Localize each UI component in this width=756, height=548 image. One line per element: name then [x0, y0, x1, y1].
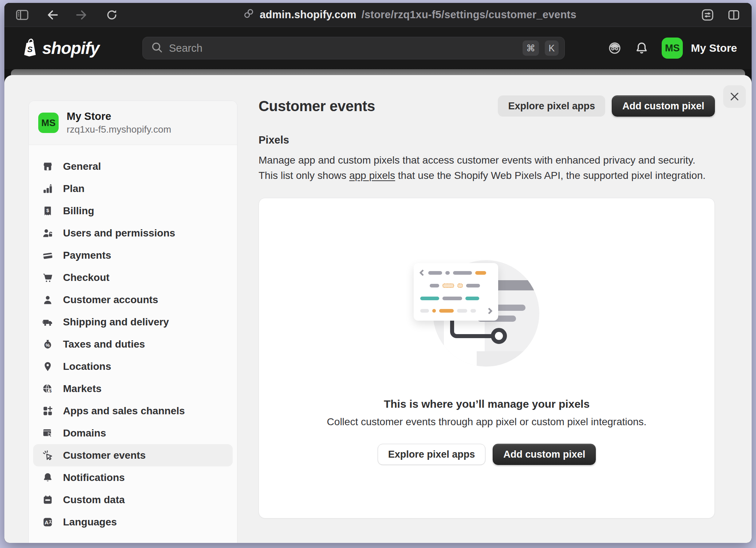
shopify-logo[interactable]: S shopify	[20, 38, 99, 59]
sidebar-item-custom-data[interactable]: Custom data	[33, 489, 233, 511]
explore-pixel-apps-button[interactable]: Explore pixel apps	[498, 95, 605, 117]
store-name: My Store	[67, 110, 171, 122]
sidebar-item-general[interactable]: General	[33, 155, 233, 177]
account-avatar[interactable]: MS	[662, 38, 683, 59]
cart-icon	[42, 272, 54, 283]
reload-button[interactable]	[105, 8, 119, 22]
link-icon	[243, 8, 255, 22]
close-icon[interactable]	[723, 85, 746, 108]
users-icon	[42, 227, 54, 239]
store-avatar: MS	[38, 113, 59, 133]
sidebar-item-plan[interactable]: Plan	[33, 177, 233, 200]
global-search[interactable]: ⌘ K	[142, 37, 565, 59]
settings-modal: MS My Store rzq1xu-f5.myshopify.com Gene…	[4, 75, 752, 543]
connector-ring	[491, 328, 507, 344]
store-header[interactable]: MS My Store rzq1xu-f5.myshopify.com	[29, 101, 237, 145]
forward-button[interactable]	[75, 8, 89, 22]
add-custom-pixel-button-secondary[interactable]: Add custom pixel	[493, 444, 596, 465]
sidekick-icon[interactable]	[608, 41, 622, 55]
url-path: /store/rzq1xu-f5/settings/customer_event…	[362, 9, 576, 21]
pixels-empty-state-card: This is where you’ll manage your pixels …	[259, 198, 715, 518]
pixels-illustration	[409, 260, 565, 369]
page-title: Customer events	[259, 98, 375, 114]
url-host: admin.shopify.com	[260, 9, 357, 21]
sidebar-item-locations[interactable]: Locations	[33, 355, 233, 377]
payments-icon	[42, 250, 54, 261]
add-custom-pixel-button[interactable]: Add custom pixel	[612, 95, 715, 117]
svg-text:A: A	[45, 519, 49, 525]
plan-icon	[42, 183, 54, 195]
notifications-bell-icon[interactable]	[635, 41, 649, 55]
svg-text:$: $	[49, 388, 52, 393]
app-pixels-link[interactable]: app pixels	[349, 170, 395, 181]
map-pin-icon	[42, 361, 54, 372]
code-snippet-card	[414, 263, 498, 321]
sidebar-item-customer-events[interactable]: Customer events	[33, 444, 233, 466]
page-settings-icon[interactable]	[701, 8, 714, 22]
billing-icon: $	[42, 205, 54, 217]
sidebar-item-users[interactable]: Users and permissions	[33, 222, 233, 244]
sidebar-item-billing[interactable]: $ Billing	[33, 200, 233, 222]
person-icon	[42, 294, 54, 306]
shopify-wordmark: shopify	[42, 38, 99, 58]
sidebar-item-notifications[interactable]: Notifications	[33, 466, 233, 489]
address-bar[interactable]: admin.shopify.com/store/rzq1xu-f5/settin…	[119, 8, 701, 22]
svg-text:%: %	[46, 342, 50, 348]
bell-icon	[42, 472, 54, 484]
explore-pixel-apps-button-secondary[interactable]: Explore pixel apps	[378, 444, 486, 465]
empty-state-body: Collect customer events through app pixe…	[327, 416, 647, 428]
store-domain: rzq1xu-f5.myshopify.com	[67, 124, 171, 135]
globe-icon: $	[42, 383, 54, 395]
data-icon	[42, 494, 54, 506]
sidebar-item-languages[interactable]: A Languages	[33, 511, 233, 533]
pixels-description: Manage app and custom pixels that access…	[259, 153, 715, 183]
sidebar-item-markets[interactable]: $ Markets	[33, 377, 233, 400]
sidebar-item-domains[interactable]: Domains	[33, 422, 233, 444]
sidebar-item-shipping[interactable]: Shipping and delivery	[33, 311, 233, 333]
sidebar-item-taxes[interactable]: % Taxes and duties	[33, 333, 233, 355]
domains-icon	[42, 427, 54, 439]
sidebar-toggle-icon[interactable]	[15, 8, 29, 22]
settings-sidebar: MS My Store rzq1xu-f5.myshopify.com Gene…	[28, 101, 237, 543]
store-icon	[42, 161, 54, 172]
sidebar-item-apps[interactable]: Apps and sales channels	[33, 400, 233, 422]
tax-bag-icon: %	[42, 338, 54, 350]
split-view-icon[interactable]	[727, 8, 741, 22]
translate-icon: A	[42, 516, 54, 528]
svg-text:$: $	[46, 207, 49, 213]
pixels-heading: Pixels	[259, 134, 715, 146]
sidebar-item-checkout[interactable]: Checkout	[33, 266, 233, 289]
page-backdrop: MS My Store rzq1xu-f5.myshopify.com Gene…	[4, 69, 752, 543]
customer-events-page: Customer events Explore pixel apps Add c…	[259, 75, 715, 518]
svg-text:S: S	[27, 45, 33, 54]
shortcut-cmd-key: ⌘	[523, 40, 539, 56]
sidebar-item-payments[interactable]: Payments	[33, 244, 233, 266]
apps-grid-icon	[42, 405, 54, 417]
search-icon	[151, 41, 163, 55]
settings-nav: General Plan $ Billing Users and permiss…	[29, 145, 237, 533]
back-button[interactable]	[45, 8, 59, 22]
cursor-click-icon	[42, 450, 54, 461]
browser-window: admin.shopify.com/store/rzq1xu-f5/settin…	[4, 3, 752, 543]
truck-icon	[42, 316, 54, 328]
empty-state-heading: This is where you’ll manage your pixels	[384, 398, 590, 410]
search-input[interactable]	[169, 42, 517, 54]
shopify-topbar: S shopify ⌘ K MS My Store	[4, 27, 752, 69]
shopify-bag-icon: S	[20, 38, 39, 59]
sidebar-item-customer-accounts[interactable]: Customer accounts	[33, 289, 233, 311]
account-name: My Store	[691, 42, 737, 54]
browser-toolbar: admin.shopify.com/store/rzq1xu-f5/settin…	[4, 3, 752, 27]
shortcut-k-key: K	[545, 40, 559, 56]
